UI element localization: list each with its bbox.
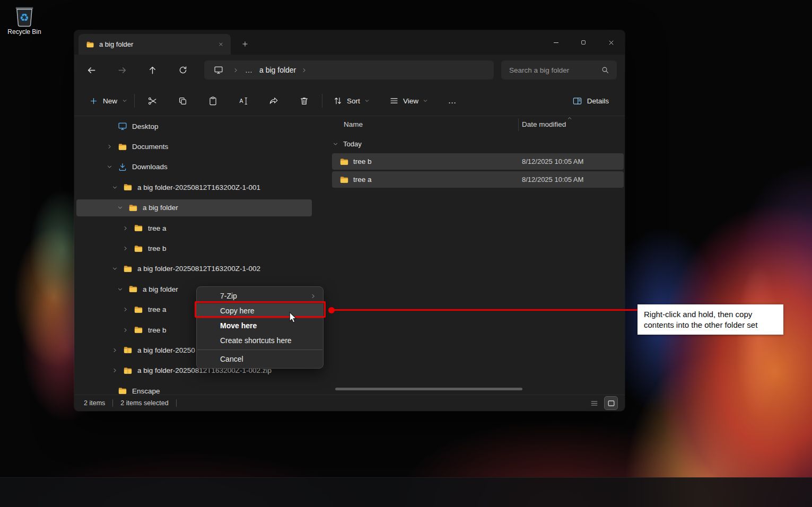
column-header-date-modified[interactable]: Date modified [522, 120, 566, 128]
status-bar: 2 items 2 items selected [74, 395, 625, 411]
new-button[interactable]: New [84, 91, 133, 110]
tab-close-icon[interactable] [215, 39, 226, 50]
group-header-today[interactable]: Today [324, 136, 362, 151]
file-name: tree b [353, 158, 372, 165]
back-button[interactable] [85, 64, 98, 76]
navigation-bar: … a big folder [74, 55, 625, 85]
horizontal-scrollbar[interactable] [335, 388, 522, 390]
plus-icon [241, 40, 249, 48]
tree-item-tree-b[interactable]: tree b [74, 238, 324, 258]
context-menu-item-cancel[interactable]: Cancel [197, 352, 323, 366]
status-divider [176, 399, 177, 407]
tab-a-big-folder[interactable]: a big folder [78, 34, 231, 55]
column-separator[interactable] [518, 118, 519, 131]
chevron-right-icon[interactable] [121, 244, 129, 253]
search-box[interactable] [501, 60, 617, 80]
folder-icon [128, 203, 138, 213]
annotation-highlight-rect [195, 301, 326, 318]
zip-folder-icon [123, 366, 133, 375]
folder-icon [339, 157, 349, 167]
context-menu-item-create-shortcuts[interactable]: Create shortcuts here [197, 333, 323, 348]
tree-item-tree-a[interactable]: tree a [74, 218, 324, 238]
share-icon [269, 96, 279, 106]
window-controls [542, 30, 625, 55]
breadcrumb-overflow[interactable]: … [244, 66, 254, 74]
chevron-down-icon[interactable] [110, 183, 119, 191]
large-icons-view-button[interactable] [605, 397, 617, 409]
chevron-down-icon [423, 98, 428, 103]
breadcrumb[interactable]: … a big folder [204, 60, 494, 80]
see-more-button[interactable]: … [443, 91, 462, 110]
column-header-name[interactable]: Name [344, 120, 363, 128]
search-input[interactable] [501, 66, 601, 75]
folder-icon [128, 284, 138, 294]
file-row-tree-a[interactable]: tree a 8/12/2025 10:05 AM [332, 171, 624, 188]
file-name: tree a [353, 176, 372, 183]
rename-button[interactable] [234, 91, 253, 110]
up-button[interactable] [146, 64, 159, 76]
tree-item-desktop[interactable]: Desktop [74, 116, 324, 136]
tab-title: a big folder [99, 40, 210, 48]
chevron-right-icon[interactable] [121, 224, 129, 232]
new-plus-icon [89, 97, 98, 106]
details-view-button[interactable] [588, 397, 600, 409]
details-label: Details [587, 97, 609, 105]
tree-item-enscape[interactable]: Enscape [74, 381, 324, 395]
recycle-bin-shortcut[interactable]: ♻ Recycle Bin [6, 3, 42, 36]
forward-button[interactable] [116, 64, 128, 76]
view-toggles [588, 397, 617, 409]
folder-icon [118, 386, 127, 395]
context-menu-item-move-here[interactable]: Move here [197, 318, 323, 333]
chevron-right-icon[interactable] [105, 143, 113, 151]
cut-button[interactable] [143, 91, 162, 110]
submenu-chevron-icon [310, 293, 316, 299]
folder-icon [123, 264, 133, 274]
annotation-line [331, 309, 638, 311]
tree-item-big-folder-001[interactable]: a big folder-20250812T163200Z-1-001 [74, 177, 324, 197]
new-tab-button[interactable] [238, 37, 252, 51]
maximize-button[interactable] [570, 30, 597, 55]
chevron-right-icon[interactable] [121, 305, 129, 314]
chevron-down-icon[interactable] [116, 285, 124, 293]
folder-icon [134, 325, 143, 335]
delete-button[interactable] [294, 91, 313, 110]
chevron-right-icon[interactable] [121, 326, 129, 334]
title-bar: a big folder [74, 30, 625, 55]
minimize-button[interactable] [542, 30, 570, 55]
view-button[interactable]: View [385, 91, 432, 110]
chevron-down-icon [364, 98, 370, 103]
recycle-bin-label: Recycle Bin [6, 28, 42, 36]
toolbar-separator [134, 94, 135, 108]
details-button[interactable]: Details [568, 91, 613, 110]
folder-icon [86, 40, 94, 49]
recycle-bin-icon: ♻ [13, 3, 36, 28]
chevron-down-icon [122, 98, 127, 103]
sort-button[interactable]: Sort [329, 91, 374, 110]
desktop-icon [118, 121, 127, 131]
mouse-cursor [287, 311, 299, 326]
paste-button[interactable] [203, 91, 222, 110]
chevron-right-icon [233, 67, 239, 73]
tree-item-a-big-folder-selected[interactable]: a big folder [74, 198, 324, 218]
taskbar: Search 10:05 AM 8/12/2025 [0, 477, 812, 507]
details-pane-icon [572, 96, 582, 106]
status-divider [112, 399, 113, 407]
close-button[interactable] [597, 30, 625, 55]
breadcrumb-location[interactable]: a big folder [259, 66, 296, 74]
chevron-down-icon[interactable] [116, 204, 124, 212]
copy-button[interactable] [173, 91, 192, 110]
share-button[interactable] [264, 91, 283, 110]
chevron-right-icon[interactable] [110, 346, 119, 354]
thumbnail-view-icon [607, 399, 616, 408]
item-count: 2 items [84, 399, 105, 407]
tree-item-downloads[interactable]: Downloads [74, 157, 324, 177]
tree-item-big-folder-002[interactable]: a big folder-20250812T163200Z-1-002 [74, 259, 324, 279]
tree-item-documents[interactable]: Documents [74, 136, 324, 156]
file-row-tree-b[interactable]: tree b 8/12/2025 10:05 AM [332, 153, 624, 170]
chevron-down-icon[interactable] [105, 163, 113, 171]
rename-icon [239, 96, 249, 106]
chevron-down-icon[interactable] [110, 265, 119, 273]
chevron-right-icon[interactable] [110, 366, 119, 375]
refresh-button[interactable] [177, 64, 189, 76]
this-pc-icon [214, 65, 223, 75]
